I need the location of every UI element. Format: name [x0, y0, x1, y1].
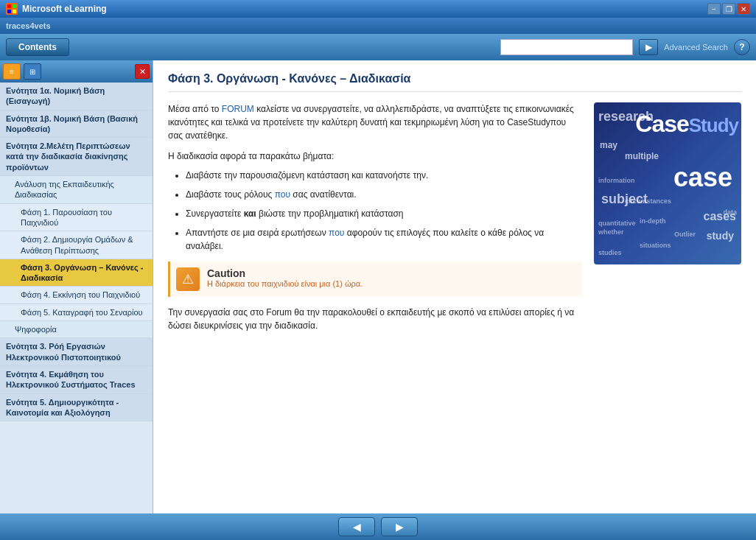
- help-button[interactable]: ?: [734, 39, 750, 55]
- bullet-item: Διαβάστε τους ρόλους που σας ανατίθενται…: [186, 188, 582, 201]
- caution-icon: ⚠: [176, 267, 200, 291]
- content-body: Μέσα από το FORUM καλείστε να συνεργαστε…: [168, 102, 741, 332]
- wc-word: study: [705, 229, 735, 242]
- title-bar: Microsoft eLearning − ❐ ✕: [0, 0, 756, 18]
- svg-rect-2: [7, 10, 11, 13]
- forum-link[interactable]: FORUM: [222, 104, 254, 114]
- sidebar-toolbar: ≡ ⊞ ✕: [0, 60, 153, 83]
- caution-box: ⚠ Caution Η διάρκεια του παιχνιδιού είνα…: [168, 262, 582, 297]
- toolbar: Contents ▶ Advanced Search ?: [0, 34, 756, 60]
- sidebar-item-item3-2[interactable]: Φάση 2. Δημιουργία Ομάδων & Ανάθεση Περί…: [0, 231, 153, 259]
- app-icon: [6, 3, 18, 15]
- word-cloud-image: CaseStudy research case subject may mult…: [594, 102, 741, 264]
- sidebar-close-button[interactable]: ✕: [135, 64, 150, 79]
- wc-word: case: [672, 161, 734, 194]
- bottom-navigation: ◀ ▶: [0, 513, 756, 540]
- search-button[interactable]: ▶: [639, 39, 658, 55]
- page-title: Φάση 3. Οργάνωση - Κανόνες – Διαδικασία: [168, 72, 741, 92]
- wc-word: quantitative: [597, 219, 637, 228]
- sidebar-item-item1[interactable]: Ενότητα 1α. Νομική Βάση (Εισαγωγή): [0, 83, 153, 111]
- wc-word: may: [598, 139, 619, 151]
- wc-word: situations: [638, 241, 673, 250]
- contents-button[interactable]: Contents: [6, 38, 69, 56]
- sidebar-item-item3-psif[interactable]: Ψηφοφορία: [0, 321, 153, 338]
- caution-title: Caution: [207, 267, 363, 279]
- window-controls: − ❐ ✕: [707, 3, 750, 15]
- bullet-item: Συνεργαστείτε και βιώστε την προβληματικ…: [186, 207, 582, 220]
- sidebar-item-item3-4[interactable]: Φάση 4. Εκκίνηση του Παιχνιδιού: [0, 287, 153, 304]
- list-view-button[interactable]: ≡: [3, 63, 21, 80]
- app-title: traces4vets: [6, 21, 51, 30]
- word-cloud: CaseStudy research case subject may mult…: [594, 102, 741, 264]
- wc-word: studies: [597, 248, 623, 257]
- sidebar-item-item3-3[interactable]: Φάση 3. Οργάνωση – Κανόνες - Διαδικασία: [0, 259, 153, 287]
- svg-rect-3: [13, 10, 16, 13]
- minimize-button[interactable]: −: [707, 3, 721, 15]
- next-button[interactable]: ▶: [381, 517, 418, 536]
- bullet-list: Διαβάστε την παρουσιαζόμενη κατάσταση κα…: [186, 169, 582, 253]
- close-button[interactable]: ✕: [737, 3, 750, 15]
- caution-content: Caution Η διάρκεια του παιχνιδιού είναι …: [207, 267, 363, 288]
- svg-rect-1: [13, 4, 16, 8]
- main-layout: ≡ ⊞ ✕ Ενότητα 1α. Νομική Βάση (Εισαγωγή)…: [0, 60, 756, 513]
- sidebar-tree: Ενότητα 1α. Νομική Βάση (Εισαγωγή)Ενότητ…: [0, 83, 153, 421]
- wc-word: data: [721, 208, 738, 217]
- sidebar-item-item2[interactable]: Ενότητα 1β. Νομική Βάση (Βασική Νομοθεσί…: [0, 111, 153, 138]
- wc-word: research: [597, 108, 655, 125]
- app-bar: traces4vets: [0, 18, 756, 34]
- wc-word: multiple: [623, 150, 660, 162]
- sidebar-item-item5[interactable]: Ενότητα 4. Εκμάθηση του Ηλεκτρονικού Συσ…: [0, 366, 153, 394]
- sidebar-item-item3[interactable]: Ενότητα 2.Μελέτη Περιπτώσεων κατά την δι…: [0, 138, 153, 176]
- prev-button[interactable]: ◀: [338, 517, 375, 536]
- wc-word: information: [597, 176, 637, 185]
- sidebar-item-item3-1[interactable]: Φάση 1. Παρουσίαση του Παιχνιδιού: [0, 204, 153, 232]
- content-area: Φάση 3. Οργάνωση - Κανόνες – Διαδικασία …: [153, 60, 756, 513]
- caution-text: Η διάρκεια του παιχνιδιού είναι μια (1) …: [207, 279, 363, 288]
- advanced-search-link[interactable]: Advanced Search: [664, 43, 728, 52]
- svg-rect-0: [7, 4, 11, 8]
- footer-paragraph: Την συνεργασία σας στο Forum θα την παρα…: [168, 306, 582, 332]
- search-input[interactable]: [500, 39, 633, 55]
- grid-view-button[interactable]: ⊞: [24, 63, 41, 80]
- sidebar: ≡ ⊞ ✕ Ενότητα 1α. Νομική Βάση (Εισαγωγή)…: [0, 60, 153, 513]
- wc-word: circumstances: [623, 197, 673, 206]
- intro-paragraph: Μέσα από το FORUM καλείστε να συνεργαστε…: [168, 102, 582, 142]
- bullet-item: Διαβάστε την παρουσιαζόμενη κατάσταση κα…: [186, 169, 582, 182]
- window-title: Microsoft eLearning: [22, 4, 707, 14]
- sidebar-item-item3-sub[interactable]: Ανάλυση της Εκπαιδευτικής Διαδικασίας: [0, 176, 153, 204]
- bullet-item: Απαντήστε σε μια σειρά ερωτήσεων που αφο…: [186, 226, 582, 253]
- content-text: Μέσα από το FORUM καλείστε να συνεργαστε…: [168, 102, 582, 332]
- restore-button[interactable]: ❐: [722, 3, 735, 15]
- wc-word: whether: [597, 228, 626, 236]
- wc-word: Outlier: [673, 230, 697, 239]
- wc-word: in-depth: [638, 217, 668, 225]
- steps-intro: Η διαδικασία αφορά τα παρακάτω βήματα:: [168, 151, 582, 161]
- sidebar-item-item4[interactable]: Ενότητα 3. Ρόή Εργασιών Ηλεκτρονικού Πισ…: [0, 338, 153, 366]
- sidebar-item-item6[interactable]: Ενότητα 5. Δημιουργικότητα - Καινοτομία …: [0, 394, 153, 422]
- sidebar-item-item3-5[interactable]: Φάση 5. Καταγραφή του Σεναρίου: [0, 304, 153, 321]
